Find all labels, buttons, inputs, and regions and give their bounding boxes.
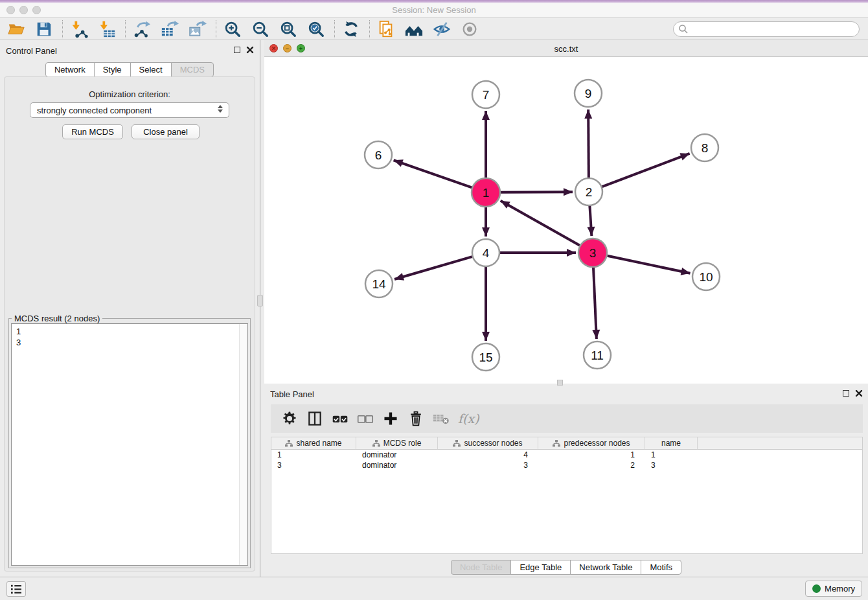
tab-network[interactable]: Network xyxy=(45,62,95,77)
table-cell[interactable]: dominator xyxy=(356,460,438,470)
memory-label: Memory xyxy=(825,584,855,594)
export-image-icon[interactable] xyxy=(188,19,207,39)
network-graph[interactable]: 7968124314101511 xyxy=(264,57,868,384)
tab-select[interactable]: Select xyxy=(130,62,172,77)
graph-node-1[interactable]: 1 xyxy=(472,178,500,207)
deselect-all-icon[interactable] xyxy=(356,409,375,428)
column-header-successor-nodes[interactable]: successor nodes xyxy=(438,437,538,449)
export-table-icon[interactable] xyxy=(160,19,179,39)
table-row[interactable]: 3dominator323 xyxy=(271,460,862,470)
panel-divider-handle[interactable] xyxy=(257,295,263,306)
mcds-result-box[interactable]: 13 xyxy=(11,323,248,566)
window-title: Session: New Session xyxy=(0,5,868,15)
export-network-icon[interactable] xyxy=(132,19,152,39)
settings-gear-icon[interactable] xyxy=(280,409,299,428)
save-session-icon[interactable] xyxy=(34,19,54,39)
table-panel: Table Panel f(x) shar xyxy=(264,384,868,577)
tab-style[interactable]: Style xyxy=(94,62,131,77)
table-cell[interactable]: 1 xyxy=(538,450,645,460)
edge-1-6[interactable] xyxy=(394,160,472,187)
column-header-predecessor-nodes[interactable]: predecessor nodes xyxy=(538,437,645,449)
control-panel: Control Panel NetworkStyleSelectMCDS Opt… xyxy=(0,40,259,577)
table-cell[interactable]: 3 xyxy=(645,460,698,470)
tab-edge-table[interactable]: Edge Table xyxy=(510,560,571,575)
edge-3-1[interactable] xyxy=(501,201,580,246)
edge-2-8[interactable] xyxy=(602,154,690,187)
tab-network-table[interactable]: Network Table xyxy=(570,560,641,575)
graph-node-14[interactable]: 14 xyxy=(365,270,393,297)
toolbar-separator xyxy=(216,20,216,38)
column-type-icon xyxy=(553,440,560,447)
table-cell[interactable]: 2 xyxy=(538,460,645,470)
control-panel-header: Control Panel xyxy=(0,40,259,61)
show-panels-eye-icon[interactable] xyxy=(460,19,479,39)
close-table-panel-icon[interactable] xyxy=(855,389,863,397)
float-panel-icon[interactable] xyxy=(234,47,240,53)
network-canvas[interactable]: 7968124314101511 xyxy=(264,57,868,384)
run-mcds-button[interactable]: Run MCDS xyxy=(62,124,123,139)
graph-node-8[interactable]: 8 xyxy=(691,134,718,161)
import-table-icon[interactable] xyxy=(97,19,117,39)
delete-column-icon[interactable] xyxy=(406,409,426,428)
close-panel-button[interactable]: Close panel xyxy=(131,124,200,139)
zoom-in-icon[interactable] xyxy=(223,19,242,39)
refresh-icon[interactable] xyxy=(341,19,361,39)
table-panel-header: Table Panel xyxy=(264,384,868,403)
edge-3-11[interactable] xyxy=(593,268,597,339)
graph-node-10[interactable]: 10 xyxy=(692,263,720,290)
column-header-name[interactable]: name xyxy=(645,437,698,449)
table-row[interactable]: 1dominator411 xyxy=(271,450,862,460)
task-history-button[interactable] xyxy=(6,581,26,597)
table-cell[interactable]: 3 xyxy=(271,460,356,470)
table-cell[interactable]: 1 xyxy=(645,450,698,460)
tab-motifs[interactable]: Motifs xyxy=(641,560,681,575)
birds-eye-view-icon[interactable] xyxy=(404,19,424,39)
application-window: { "window": { "title": "Session: New Ses… xyxy=(0,0,868,600)
clone-network-icon[interactable] xyxy=(376,19,396,39)
edge-3-10[interactable] xyxy=(608,256,691,273)
column-label: name xyxy=(661,439,681,448)
tab-mcds[interactable]: MCDS xyxy=(171,62,214,77)
search-input[interactable] xyxy=(692,25,847,34)
memory-button[interactable]: Memory xyxy=(805,581,862,597)
zoom-out-icon[interactable] xyxy=(251,19,270,39)
close-panel-icon[interactable] xyxy=(246,46,254,54)
edge-2-3[interactable] xyxy=(589,206,591,236)
column-header-shared-name[interactable]: shared name xyxy=(271,437,356,449)
panel-divider[interactable] xyxy=(260,40,260,577)
edge-4-14[interactable] xyxy=(394,257,472,279)
zoom-selected-icon[interactable] xyxy=(306,19,326,39)
graph-node-3[interactable]: 3 xyxy=(578,238,607,267)
search-field[interactable] xyxy=(673,21,860,37)
graph-node-15[interactable]: 15 xyxy=(472,343,499,371)
apply-function-icon: f(x) xyxy=(458,411,479,426)
graph-node-11[interactable]: 11 xyxy=(584,341,611,369)
open-session-icon[interactable] xyxy=(6,19,26,39)
graph-node-2[interactable]: 2 xyxy=(575,178,602,205)
edge-2-9[interactable] xyxy=(588,110,589,178)
graph-node-9[interactable]: 9 xyxy=(575,80,602,107)
hide-panels-eye-icon[interactable] xyxy=(432,19,451,39)
import-network-icon[interactable] xyxy=(69,19,89,39)
table-cell[interactable]: 4 xyxy=(438,450,538,460)
add-column-icon[interactable] xyxy=(381,409,400,428)
criterion-dropdown[interactable]: strongly connected component xyxy=(30,102,229,118)
graph-node-4[interactable]: 4 xyxy=(472,239,499,266)
split-view-icon[interactable] xyxy=(305,409,325,428)
node-table[interactable]: shared nameMCDS rolesuccessor nodesprede… xyxy=(271,437,863,554)
network-titlebar[interactable]: ✕ − + scc.txt xyxy=(264,40,868,57)
float-table-panel-icon[interactable] xyxy=(843,390,849,397)
table-cell[interactable]: 3 xyxy=(438,460,538,470)
graph-node-7[interactable]: 7 xyxy=(472,81,499,108)
table-cell[interactable]: dominator xyxy=(356,450,438,460)
graph-node-6[interactable]: 6 xyxy=(365,141,392,168)
search-icon xyxy=(678,24,689,34)
result-scrollbar[interactable] xyxy=(239,324,247,565)
edge-1-2[interactable] xyxy=(501,192,573,192)
svg-text:14: 14 xyxy=(372,277,386,291)
table-cell[interactable]: 1 xyxy=(271,450,356,460)
select-all-icon[interactable] xyxy=(330,409,350,428)
tab-node-table[interactable]: Node Table xyxy=(451,560,512,575)
column-header-MCDS-role[interactable]: MCDS role xyxy=(356,437,438,449)
zoom-fit-icon[interactable] xyxy=(279,19,298,39)
